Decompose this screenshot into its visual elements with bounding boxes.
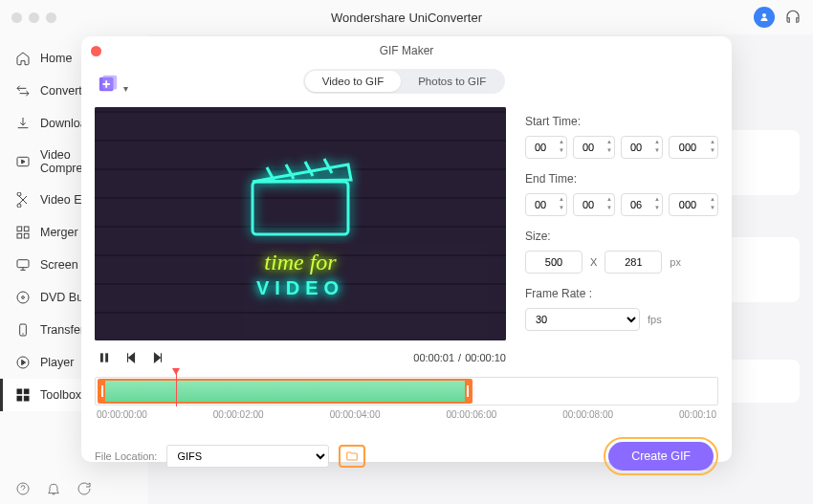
window-controls[interactable]: [11, 12, 56, 23]
chevron-down-icon[interactable]: ▾: [123, 83, 128, 94]
tab-photos-to-gif[interactable]: Photos to GIF: [401, 71, 503, 92]
sidebar-item-label: Toolbox: [40, 388, 81, 402]
sidebar-item-label: Home: [40, 52, 72, 65]
svg-rect-10: [17, 389, 22, 394]
current-time: 00:00:01: [413, 352, 454, 363]
neon-text-line1: time for: [233, 250, 367, 275]
next-frame-button[interactable]: [148, 348, 167, 367]
titlebar: Wondershare UniConverter: [0, 0, 813, 34]
tab-video-to-gif[interactable]: Video to GIF: [305, 71, 401, 92]
framerate-label: Frame Rate :: [525, 287, 718, 300]
svg-rect-3: [17, 233, 22, 238]
sidebar-item-label: Merger: [40, 226, 78, 239]
add-media-button[interactable]: [95, 71, 121, 98]
playhead[interactable]: [176, 370, 177, 406]
svg-rect-12: [17, 396, 22, 401]
timeline: 00:00:00:00 00:00:02:00 00:00:04:00 00:0…: [95, 377, 718, 420]
size-label: Size:: [525, 230, 718, 243]
help-icon[interactable]: [15, 481, 31, 496]
total-time: 00:00:10: [465, 352, 506, 363]
svg-rect-19: [105, 353, 108, 362]
gif-maker-modal: GIF Maker ▾ Video to GIF Photos to GIF: [81, 36, 732, 462]
prev-frame-button[interactable]: [121, 348, 141, 367]
file-location-select[interactable]: GIFS: [166, 445, 329, 468]
trim-handle-right[interactable]: [465, 381, 471, 402]
svg-rect-17: [253, 182, 348, 234]
app-title: Wondershare UniConverter: [331, 11, 482, 25]
browse-folder-button[interactable]: [339, 445, 365, 468]
svg-rect-16: [103, 76, 118, 90]
svg-rect-13: [24, 396, 29, 401]
framerate-select[interactable]: 30: [525, 308, 640, 331]
bell-icon[interactable]: [46, 481, 61, 496]
svg-point-6: [17, 292, 29, 303]
width-input[interactable]: [525, 251, 582, 274]
svg-point-7: [22, 296, 25, 299]
create-gif-button[interactable]: Create GIF: [608, 442, 714, 471]
video-preview: time for VIDEO: [95, 107, 506, 340]
svg-rect-5: [17, 260, 29, 268]
svg-rect-1: [17, 227, 22, 231]
timeline-track[interactable]: [95, 377, 718, 405]
support-icon[interactable]: [784, 9, 802, 26]
trim-handle-left[interactable]: [99, 381, 105, 402]
svg-rect-4: [24, 233, 29, 238]
svg-point-14: [17, 483, 29, 494]
pause-button[interactable]: [95, 348, 114, 367]
start-time-label: Start Time:: [525, 115, 718, 128]
clip-range[interactable]: [98, 379, 472, 404]
sidebar-item-label: Player: [40, 356, 74, 369]
file-location-label: File Location:: [95, 450, 157, 462]
sidebar-item-label: Transfer: [40, 323, 84, 337]
mode-tabs: Video to GIF Photos to GIF: [303, 69, 505, 94]
time-ruler: 00:00:00:00 00:00:02:00 00:00:04:00 00:0…: [95, 409, 718, 420]
settings-panel: Start Time: ▲▼ ▲▼ ▲▼ ▲▼ End Time: ▲▼ ▲▼ …: [525, 107, 718, 369]
account-icon[interactable]: [754, 7, 775, 28]
svg-rect-18: [100, 353, 103, 362]
neon-text-line2: VIDEO: [233, 277, 367, 299]
clapper-icon: [233, 148, 367, 244]
svg-rect-11: [24, 389, 29, 394]
modal-title: GIF Maker: [380, 44, 434, 57]
end-time-label: End Time:: [525, 172, 718, 186]
svg-rect-2: [24, 227, 29, 231]
close-icon[interactable]: [91, 46, 101, 56]
height-input[interactable]: [604, 251, 662, 274]
